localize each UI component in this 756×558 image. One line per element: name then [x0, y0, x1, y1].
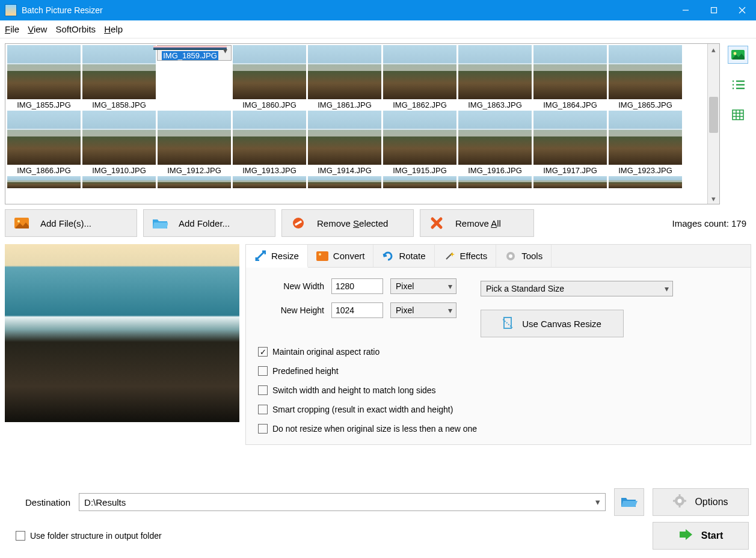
thumbnail-item[interactable]: IMG_1912.JPG — [157, 111, 232, 175]
titlebar: Batch Picture Resizer — [0, 0, 756, 20]
options-label: Options — [695, 497, 728, 507]
thumbnail-image — [82, 45, 156, 99]
standard-size-select[interactable]: Pick a Standard Size — [481, 281, 673, 296]
height-unit-select[interactable]: Pixel — [390, 302, 456, 318]
menu-view[interactable]: View — [28, 24, 47, 34]
resize-icon — [254, 250, 266, 262]
thumbnail-item[interactable] — [608, 176, 683, 188]
scroll-thumb[interactable] — [709, 97, 718, 133]
svg-rect-1 — [711, 8, 716, 13]
tab-convert[interactable]: Convert — [308, 245, 374, 267]
browse-destination-button[interactable] — [614, 488, 644, 516]
thumbnail-item[interactable]: IMG_1858.JPG — [82, 45, 156, 109]
thumbnail-image — [7, 45, 81, 99]
thumbnail-filename: IMG_1860.JPG — [242, 100, 297, 109]
menu-help[interactable]: Help — [104, 24, 123, 34]
thumbnail-item[interactable] — [157, 176, 232, 188]
tab-resize[interactable]: Resize — [246, 245, 308, 268]
thumbnail-filename: IMG_1864.JPG — [543, 100, 597, 109]
thumbnail-item[interactable]: IMG_1863.JPG — [458, 45, 532, 109]
thumbnail-item[interactable]: IMG_1855.JPG — [7, 45, 81, 109]
thumbnail-item[interactable] — [458, 176, 532, 188]
use-folder-structure-checkbox[interactable]: Use folder structure in output folder — [16, 531, 162, 541]
svg-rect-23 — [316, 251, 328, 261]
thumbnail-filename: IMG_1855.JPG — [17, 100, 71, 109]
new-width-label: New Width — [258, 281, 324, 291]
thumbnail-item[interactable] — [533, 176, 607, 188]
thumbnail-item[interactable]: IMG_1862.JPG — [383, 45, 457, 109]
minimize-button[interactable] — [671, 0, 699, 20]
maximize-button[interactable] — [699, 0, 728, 20]
svg-point-18 — [17, 220, 20, 222]
thumbnail-filename: IMG_1916.JPG — [468, 166, 522, 175]
thumbnail-item[interactable]: IMG_1910.JPG — [82, 111, 156, 175]
tab-tools[interactable]: Tools — [496, 245, 552, 267]
app-icon — [5, 4, 17, 16]
thumbnail-item[interactable]: IMG_1917.JPG — [533, 111, 607, 175]
canvas-resize-button[interactable]: Use Canvas Resize — [481, 310, 624, 337]
add-files-label: Add File(s)... — [40, 218, 91, 228]
thumbnail-item[interactable]: IMG_1861.JPG — [307, 45, 382, 109]
no-upscale-checkbox[interactable]: Do not resize when original size is less… — [258, 424, 739, 434]
switch-wh-checkbox[interactable]: Switch width and height to match long si… — [258, 385, 739, 395]
x-icon — [429, 216, 444, 230]
scroll-up-icon[interactable]: ▴ — [708, 44, 719, 55]
preview-image — [5, 244, 239, 422]
menu-file[interactable]: File — [5, 24, 19, 34]
thumbnail-item[interactable]: IMG_1859.JPG — [157, 45, 232, 61]
thumbnail-item[interactable]: IMG_1916.JPG — [458, 111, 532, 175]
start-button[interactable]: Start — [653, 522, 749, 550]
maintain-ratio-checkbox[interactable]: ✓Maintain original aspect ratio — [258, 347, 739, 357]
smart-crop-checkbox[interactable]: Smart cropping (result in exact width an… — [258, 405, 739, 414]
close-button[interactable] — [728, 0, 756, 20]
thumbnail-filename: IMG_1866.JPG — [17, 166, 71, 175]
view-grid-button[interactable] — [728, 106, 748, 124]
thumbnail-filename: IMG_1917.JPG — [543, 166, 597, 175]
thumbnail-image — [82, 176, 156, 188]
tab-rotate[interactable]: Rotate — [373, 245, 434, 267]
width-unit-select[interactable]: Pixel — [390, 278, 456, 294]
scroll-down-icon[interactable]: ▾ — [708, 193, 719, 204]
forbid-icon — [290, 216, 306, 230]
menu-softorbits[interactable]: SoftOrbits — [55, 24, 96, 34]
thumbnail-item[interactable]: IMG_1913.JPG — [232, 111, 307, 175]
thumbnail-item[interactable]: IMG_1860.JPG — [232, 45, 307, 109]
thumbnail-filename: IMG_1915.JPG — [393, 166, 447, 175]
add-files-button[interactable]: Add File(s)... — [5, 209, 137, 237]
options-button[interactable]: Options — [653, 488, 749, 516]
thumbnail-item[interactable] — [383, 176, 457, 188]
new-height-input[interactable] — [331, 302, 383, 318]
thumbnail-image — [609, 111, 682, 165]
thumbnail-filename: IMG_1865.JPG — [618, 100, 672, 109]
thumbnail-item[interactable]: IMG_1866.JPG — [7, 111, 81, 175]
thumbnail-item[interactable]: IMG_1915.JPG — [383, 111, 457, 175]
thumbnail-image — [383, 176, 456, 188]
menubar: File View SoftOrbits Help — [0, 20, 756, 38]
add-folder-button[interactable]: Add Folder... — [143, 209, 275, 237]
thumbnail-image — [233, 111, 306, 165]
destination-select[interactable]: D:\Results — [79, 493, 606, 511]
thumbnail-item[interactable] — [7, 176, 81, 188]
canvas-resize-label: Use Canvas Resize — [522, 319, 601, 329]
thumbnail-image — [158, 111, 231, 165]
thumbnail-item[interactable]: IMG_1914.JPG — [307, 111, 382, 175]
thumbnail-item[interactable]: IMG_1865.JPG — [608, 45, 683, 109]
thumbnail-image — [7, 176, 81, 188]
thumbnail-item[interactable] — [82, 176, 156, 188]
thumbnail-item[interactable] — [232, 176, 307, 188]
thumbnail-item[interactable]: IMG_1864.JPG — [533, 45, 607, 109]
remove-selected-button[interactable]: Remove Selected — [281, 209, 414, 237]
thumbnail-item[interactable] — [307, 176, 382, 188]
gear-icon — [673, 494, 686, 510]
tab-strip: Resize Convert Rotate Effects Tools — [246, 245, 751, 268]
new-width-input[interactable] — [331, 278, 383, 294]
predefined-height-checkbox[interactable]: Predefined height — [258, 366, 739, 376]
thumbnail-item[interactable]: IMG_1923.JPG — [608, 111, 683, 175]
view-list-button[interactable] — [728, 76, 748, 94]
remove-all-button[interactable]: Remove All — [420, 209, 534, 237]
svg-point-27 — [509, 254, 512, 258]
gallery-scrollbar[interactable]: ▴ ▾ — [707, 44, 719, 204]
tab-effects[interactable]: Effects — [435, 245, 497, 267]
view-thumbnails-button[interactable] — [728, 46, 748, 64]
canvas-icon — [503, 316, 515, 331]
